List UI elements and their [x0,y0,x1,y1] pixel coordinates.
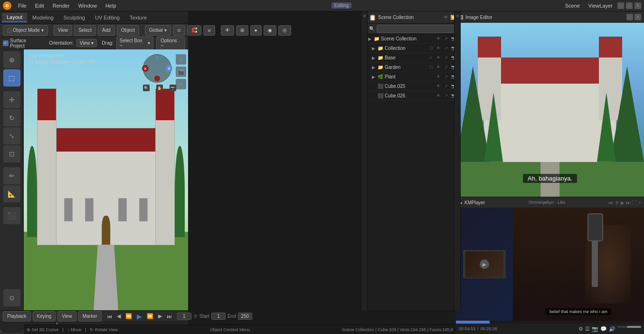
visibility-icon[interactable]: 👁 [435,45,442,52]
view-dropdown[interactable]: View ▾ [76,39,97,47]
next-video-icon[interactable]: ⏭ [626,200,631,205]
add-menu[interactable]: Add [98,25,115,36]
zoom-icon[interactable]: 🔍 [143,85,150,91]
keying-btn[interactable]: Keying [33,311,56,322]
checkbox-icon[interactable]: ☐ [427,64,434,71]
playback-btn[interactable]: Playback [3,311,31,322]
list-item[interactable]: ⬛ Cube.026 👁 ↗ 📷 [366,91,459,101]
select-icon[interactable]: ↗ [443,36,449,42]
list-item[interactable]: ⬛ Cube.025 👁 ↗ 📷 [366,82,459,91]
audio-icon[interactable]: 🔊 [609,326,616,332]
win-maximize[interactable]: □ [626,2,633,9]
subs-icon[interactable]: 💬 [600,326,607,332]
settings-icon[interactable]: ⚙ [578,326,583,332]
expand-arrow-icon[interactable]: ▶ [368,37,374,41]
close-player-icon[interactable]: × [638,200,641,205]
annotate-icon[interactable]: ✏ [3,167,20,184]
select-icon[interactable]: ↗ [443,83,449,90]
capture-icon[interactable]: 📷 [592,326,598,332]
z-axis-icon[interactable]: Z [156,56,159,60]
snap-btn[interactable]: 🧲 [187,25,201,36]
list-item[interactable]: ▶ 📁 Base ✓ 👁 ↗ 📷 [366,53,459,63]
jump-start-btn[interactable]: ⏮ [105,313,114,320]
playlist-icon[interactable]: ☰ [585,326,590,332]
marker-btn[interactable]: Marker [78,311,102,322]
render-win-btn-2[interactable]: × [635,14,641,20]
cursor-tool-icon[interactable]: ⊕ [3,51,20,68]
move-icon[interactable]: ✛ [3,91,20,108]
custom-icon[interactable]: ⊙ [3,289,20,306]
prev-frame-btn[interactable]: ◀ [115,313,122,320]
xray-btn[interactable]: ⊞ [236,25,248,36]
current-frame-input[interactable]: 1 [177,313,191,320]
object-menu[interactable]: Object [117,25,139,36]
visibility-icon[interactable]: 👁 [435,93,442,99]
video-progress-container[interactable] [456,321,644,324]
outliner-search-input[interactable] [377,25,456,33]
blender-logo-icon[interactable]: B [3,1,11,10]
select-box-dropdown[interactable]: Select Box ~ ▾ [116,37,153,50]
add-cube-icon[interactable]: ⬛ [3,207,20,224]
select-icon[interactable]: ↗ [443,64,449,71]
list-item[interactable]: ▶ 📁 Scene Collection 👁 ↗ 📷 [366,34,459,44]
overlay-btn[interactable]: 👁 [221,25,234,36]
win-minimize[interactable]: ─ [617,2,624,9]
side-tab-1[interactable]: ⊞ [361,13,367,19]
options-button[interactable]: Options ~ [156,37,185,50]
menu-render[interactable]: Render [49,2,74,10]
start-frame-input[interactable]: 1 [211,313,226,320]
y-axis-icon[interactable]: Y [166,65,172,72]
prev-video-icon[interactable]: ⏮ [608,200,613,205]
proportional-btn[interactable]: ⊎ [203,25,215,36]
list-item[interactable]: ▶ 🌿 Plant 👁 ↗ 📷 [366,72,459,82]
tab-uv-editing[interactable]: UV Editing [90,13,124,22]
camera-icon[interactable]: 📷 [170,85,176,91]
expand-arrow-icon[interactable]: ▶ [372,65,378,70]
select-icon[interactable]: ↗ [443,74,449,80]
menu-help[interactable]: Help [102,2,120,10]
shading-solid[interactable]: ● [250,25,262,36]
rotate-icon[interactable]: ↻ [3,109,20,126]
tl-view-btn[interactable]: View [57,311,76,322]
x-axis-icon[interactable]: X [142,65,149,72]
expand-arrow-icon[interactable]: ▶ [372,56,378,60]
visibility-icon[interactable]: 👁 [435,64,442,71]
tab-sculpting[interactable]: Sculpting [59,13,90,22]
visibility-icon[interactable]: 👁 [435,36,442,42]
next-frame-btn[interactable]: ▶ [157,313,163,320]
pan-icon[interactable]: ✋ [156,85,163,91]
menu-window[interactable]: Window [75,2,101,10]
side-tab-2[interactable]: ⊞ [455,13,460,19]
list-item[interactable]: ▶ 📁 Garden ☐ 👁 ↗ 📷 [366,63,459,72]
scale-icon[interactable]: ⤡ [3,127,20,144]
shading-render[interactable]: ◎ [278,25,291,36]
x-axis-neg-icon[interactable] [154,76,160,81]
surface-project-checkbox[interactable]: ✓ [3,40,9,46]
expand-arrow-icon[interactable]: ▶ [372,46,378,51]
measure-icon[interactable]: 📐 [3,185,20,202]
visibility-icon[interactable]: 👁 [435,74,442,80]
surface-project-checkbox-label[interactable]: ✓ Surface Project [3,38,42,48]
tab-texture[interactable]: Texture [125,13,152,22]
gizmo-circle[interactable]: Z Y X [143,54,171,83]
volume-bar[interactable] [617,326,641,328]
expand-arrow-icon[interactable]: ▶ [372,75,378,79]
select-box-icon[interactable]: ⬚ [3,69,20,86]
grid-view-icon[interactable]: ⊞ [176,54,186,65]
render-win-btn-1[interactable]: □ [626,14,633,20]
select-icon[interactable]: ↗ [443,55,449,61]
outliner-view-icon[interactable]: 👁 [444,15,448,20]
win-close[interactable]: × [635,2,641,9]
jump-end-btn[interactable]: ⏭ [165,313,173,320]
checkbox-icon[interactable]: ✓ [427,55,434,61]
transform-icon[interactable]: ⊡ [3,145,20,162]
next-keyframe-btn[interactable]: ⏩ [145,313,155,320]
stop-icon[interactable]: ⏸ [615,200,619,205]
scene-icon[interactable]: 🎬 [176,67,186,77]
shading-material[interactable]: ◉ [264,25,276,36]
tab-modeling[interactable]: Modeling [28,13,58,22]
select-menu[interactable]: Select [74,25,96,36]
fullscreen-icon[interactable]: ⛶ [632,200,637,205]
orientation-dropdown[interactable]: Global ▾ [145,25,171,36]
menu-edit[interactable]: Edit [31,2,48,10]
